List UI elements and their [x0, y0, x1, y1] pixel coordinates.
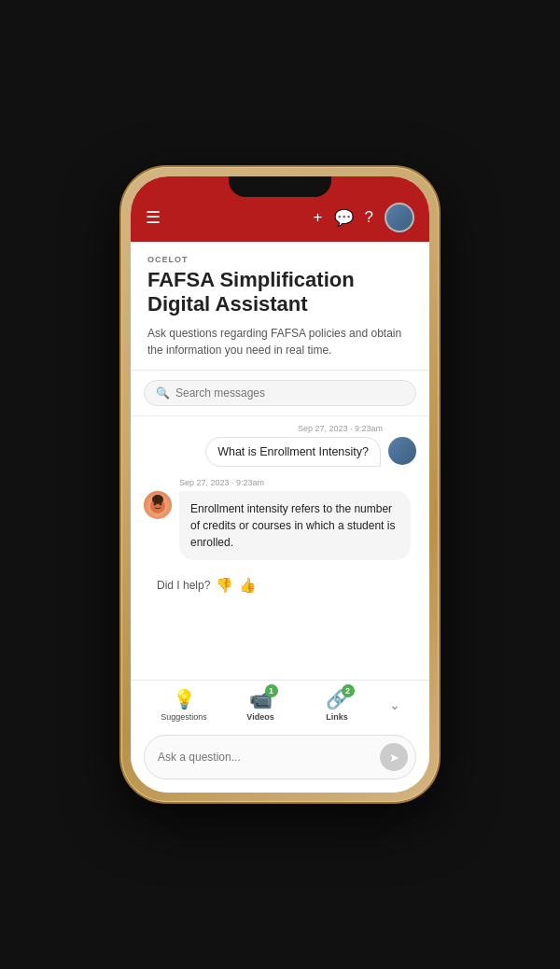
toolbar-item-suggestions[interactable]: 💡 Suggestions — [156, 688, 212, 722]
videos-label: Videos — [246, 712, 273, 722]
question-input[interactable] — [158, 751, 380, 764]
toolbar-item-videos[interactable]: 📹 1 Videos — [232, 688, 288, 722]
help-icon[interactable]: ? — [365, 208, 373, 227]
bot-message-timestamp: Sep 27, 2023 · 9:23am — [144, 478, 416, 487]
bot-message-bubble: Enrollment intensity refers to the numbe… — [179, 491, 411, 560]
thumbs-up-icon[interactable]: 👍 — [239, 577, 257, 594]
bot-avatar-face — [144, 491, 172, 519]
videos-badge: 1 — [265, 684, 278, 697]
hero-description: Ask questions regarding FAFSA policies a… — [147, 325, 413, 358]
search-icon: 🔍 — [156, 386, 170, 400]
search-input-wrapper[interactable]: 🔍 — [144, 380, 416, 406]
user-message-timestamp: Sep 27, 2023 · 9:23am — [144, 424, 416, 433]
suggestions-icon-wrap: 💡 — [173, 688, 196, 710]
hero-title: FAFSA Simplification Digital Assistant — [147, 268, 413, 317]
user-message-bubble: What is Enrollment Intensity? — [205, 437, 381, 467]
suggestions-icon: 💡 — [173, 688, 196, 710]
phone-screen: ☰ + 💬 ? OCELOT FAFSA Simplification Digi… — [131, 176, 429, 793]
chat-icon[interactable]: 💬 — [334, 208, 354, 228]
hamburger-icon[interactable]: ☰ — [146, 207, 161, 228]
chat-area: 🔍 Sep 27, 2023 · 9:23am What is Enrollme… — [131, 371, 429, 680]
header-right: + 💬 ? — [314, 203, 414, 232]
input-area: ➤ — [131, 727, 429, 793]
header-left: ☰ — [146, 207, 161, 228]
user-avatar — [388, 437, 416, 465]
toolbar-chevron-icon[interactable]: ⌄ — [385, 694, 404, 716]
thumbs-down-icon[interactable]: 👎 — [216, 577, 233, 594]
add-icon[interactable]: + — [314, 208, 323, 227]
messages-container: Sep 27, 2023 · 9:23am What is Enrollment… — [131, 416, 429, 680]
videos-icon-wrap: 📹 1 — [249, 688, 273, 710]
svg-point-3 — [152, 495, 163, 504]
links-label: Links — [326, 712, 348, 722]
feedback-label: Did I help? — [157, 579, 210, 592]
avatar[interactable] — [385, 203, 414, 232]
suggestions-label: Suggestions — [161, 712, 207, 722]
links-badge: 2 — [342, 684, 355, 697]
hero-section: OCELOT FAFSA Simplification Digital Assi… — [131, 242, 429, 371]
toolbar-item-links[interactable]: 🔗 2 Links — [309, 688, 365, 722]
avatar-image — [386, 204, 413, 231]
links-icon-wrap: 🔗 2 — [326, 688, 349, 710]
search-input[interactable] — [175, 386, 404, 400]
send-button[interactable]: ➤ — [380, 743, 408, 771]
bottom-toolbar: 💡 Suggestions 📹 1 Videos 🔗 2 Links ⌄ — [131, 680, 429, 727]
feedback-row: Did I help? 👎 👍 — [144, 568, 416, 603]
phone-notch — [229, 176, 331, 197]
user-message-row: What is Enrollment Intensity? — [144, 437, 416, 467]
input-wrapper: ➤ — [144, 735, 416, 779]
bot-message-row: Enrollment intensity refers to the numbe… — [144, 491, 416, 560]
search-bar: 🔍 — [131, 371, 429, 416]
brand-label: OCELOT — [147, 255, 413, 264]
phone-frame: ☰ + 💬 ? OCELOT FAFSA Simplification Digi… — [121, 167, 439, 802]
send-icon: ➤ — [389, 751, 399, 765]
bot-avatar — [144, 491, 172, 519]
